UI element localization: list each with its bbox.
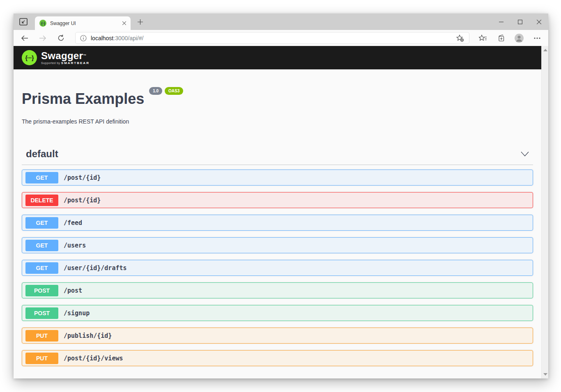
endpoint-path: /feed: [64, 219, 82, 227]
swagger-logo-icon: {···}: [22, 50, 37, 65]
trademark-symbol: ™: [83, 54, 86, 57]
url-path: :3000/api/#/: [113, 35, 143, 41]
swagger-favicon-icon: {··}: [39, 20, 46, 27]
page-viewport: {···} Swagger™ Supported by SMARTBEAR Pr…: [14, 46, 548, 378]
method-badge: GET: [25, 217, 58, 229]
tab-close-icon[interactable]: [121, 20, 127, 27]
endpoint-row[interactable]: GET /post/{id}: [22, 170, 533, 186]
endpoint-row[interactable]: POST /signup: [22, 305, 533, 321]
endpoint-row[interactable]: GET /user/{id}/drafts: [22, 260, 533, 276]
method-badge: GET: [25, 172, 58, 183]
page-title: Prisma Examples: [22, 90, 144, 107]
browser-window: {··} Swagger UI: [14, 14, 548, 378]
add-favorite-star-icon[interactable]: [454, 32, 466, 44]
settings-menu-icon[interactable]: [531, 32, 543, 44]
endpoint-path: /post: [64, 287, 82, 294]
swagger-brand-text: Swagger™: [41, 51, 90, 61]
chevron-down-icon[interactable]: [521, 151, 529, 156]
tab-strip: {··} Swagger UI: [14, 14, 548, 30]
endpoint-path: /post/{id}: [64, 197, 101, 204]
endpoint-row[interactable]: GET /users: [22, 237, 533, 253]
address-bar[interactable]: localhost:3000/api/#/: [75, 32, 469, 44]
endpoint-path: /post/{id}/views: [64, 355, 123, 362]
scroll-up-icon[interactable]: [543, 49, 547, 51]
method-badge: PUT: [25, 330, 58, 342]
method-badge: POST: [25, 307, 58, 319]
method-badge: GET: [25, 262, 58, 274]
forward-icon: [37, 32, 49, 44]
profile-avatar[interactable]: [513, 32, 525, 44]
browser-tab[interactable]: {··} Swagger UI: [35, 16, 131, 30]
method-badge: PUT: [25, 353, 58, 364]
window-controls: [492, 14, 548, 30]
tab-actions-menu-icon[interactable]: [19, 18, 28, 26]
endpoint-path: /post/{id}: [64, 174, 101, 181]
vertical-scrollbar[interactable]: [541, 46, 548, 378]
url-text[interactable]: localhost:3000/api/#/: [91, 35, 454, 41]
site-info-icon[interactable]: [80, 35, 87, 41]
section-label: default: [26, 148, 58, 160]
tab-title: Swagger UI: [50, 21, 121, 26]
back-icon[interactable]: [18, 32, 31, 44]
url-host: localhost: [91, 35, 113, 41]
section-header-default[interactable]: default: [22, 148, 533, 165]
endpoint-row[interactable]: PUT /publish/{id}: [22, 328, 533, 344]
swagger-page: {···} Swagger™ Supported by SMARTBEAR Pr…: [14, 46, 541, 378]
smartbear-credit: Supported by SMARTBEAR: [41, 61, 90, 65]
favorites-icon[interactable]: [477, 32, 489, 44]
swagger-topbar: {···} Swagger™ Supported by SMARTBEAR: [14, 46, 541, 69]
endpoint-path: /user/{id}/drafts: [64, 264, 127, 272]
oas3-badge: OAS3: [165, 87, 183, 95]
close-window-button[interactable]: [529, 14, 548, 30]
endpoint-row[interactable]: GET /feed: [22, 215, 533, 231]
endpoint-path: /users: [64, 242, 86, 249]
method-badge: POST: [25, 285, 58, 296]
smartbear-wordmark: SMARTBEAR: [61, 61, 90, 65]
method-badge: DELETE: [25, 195, 58, 206]
endpoint-path: /publish/{id}: [64, 332, 112, 339]
endpoint-list: GET /post/{id} DELETE /post/{id} GET /fe…: [22, 170, 533, 366]
maximize-button[interactable]: [510, 14, 529, 30]
api-info: Prisma Examples1.0OAS3 The prisma-exampl…: [22, 90, 533, 125]
refresh-icon[interactable]: [55, 32, 67, 44]
api-description: The prisma-examples REST API definition: [22, 118, 533, 125]
endpoint-row[interactable]: PUT /post/{id}/views: [22, 350, 533, 366]
minimize-button[interactable]: [492, 14, 510, 30]
scroll-down-icon[interactable]: [543, 373, 547, 376]
collections-icon[interactable]: [495, 32, 507, 44]
version-badge: 1.0: [149, 87, 162, 95]
endpoint-row[interactable]: DELETE /post/{id}: [22, 192, 533, 208]
method-badge: GET: [25, 240, 58, 251]
content-wrapper: Prisma Examples1.0OAS3 The prisma-exampl…: [14, 90, 541, 366]
endpoint-path: /signup: [64, 309, 90, 317]
new-tab-button[interactable]: [136, 17, 145, 26]
endpoint-row[interactable]: POST /post: [22, 282, 533, 298]
browser-toolbar: localhost:3000/api/#/: [14, 30, 548, 46]
